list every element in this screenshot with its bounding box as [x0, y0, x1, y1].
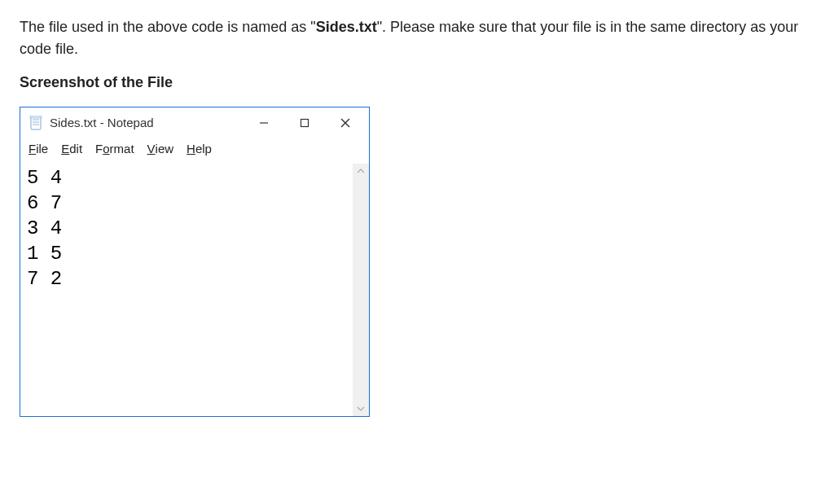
- close-button[interactable]: [325, 107, 366, 138]
- intro-filename-bold: Sides.txt: [316, 19, 377, 35]
- menu-view[interactable]: View: [147, 140, 174, 159]
- window-title: Sides.txt - Notepad: [50, 114, 154, 133]
- menu-format[interactable]: Format: [95, 140, 134, 159]
- screenshot-heading: Screenshot of the File: [20, 72, 814, 94]
- vertical-scrollbar[interactable]: [353, 164, 369, 416]
- svg-rect-4: [30, 116, 42, 118]
- scroll-up-arrow-icon[interactable]: [353, 165, 369, 177]
- scroll-down-arrow-icon[interactable]: [353, 403, 369, 414]
- svg-rect-0: [31, 116, 41, 129]
- notepad-window: Sides.txt - Notepad File Edit Format Vie…: [20, 107, 370, 417]
- menubar: File Edit Format View Help: [20, 138, 369, 164]
- minimize-button[interactable]: [244, 107, 284, 138]
- titlebar: Sides.txt - Notepad: [20, 107, 369, 138]
- menu-edit[interactable]: Edit: [61, 140, 82, 159]
- maximize-button[interactable]: [284, 107, 325, 138]
- content-area: 5 4 6 7 3 4 1 5 7 2: [20, 164, 369, 416]
- intro-paragraph: The file used in the above code is named…: [20, 16, 814, 60]
- intro-text-1: The file used in the above code is named…: [20, 19, 316, 35]
- svg-rect-6: [301, 120, 309, 127]
- text-content[interactable]: 5 4 6 7 3 4 1 5 7 2: [20, 164, 353, 416]
- menu-help[interactable]: Help: [187, 140, 212, 159]
- notepad-icon: [29, 116, 43, 130]
- menu-file[interactable]: File: [29, 140, 48, 159]
